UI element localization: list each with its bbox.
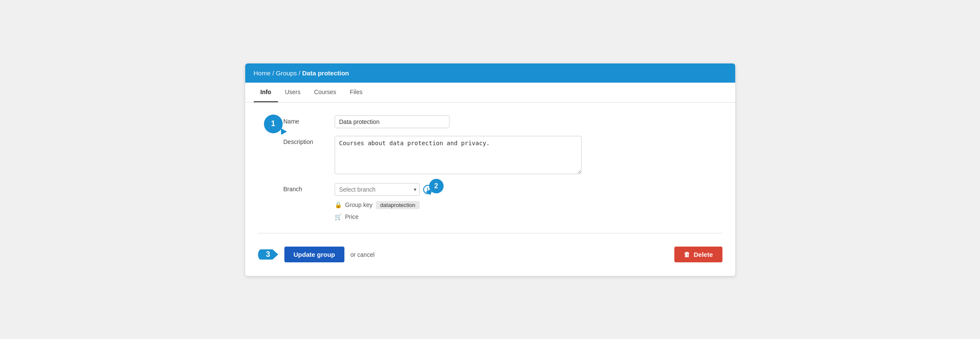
tab-courses[interactable]: Courses bbox=[307, 83, 343, 102]
breadcrumb-sep2: / bbox=[297, 69, 302, 77]
step2-area: i 2 bbox=[423, 185, 433, 194]
branch-inner-row: Select branch i bbox=[335, 183, 599, 196]
description-textarea[interactable]: Courses about data protection and privac… bbox=[335, 136, 582, 174]
step2-number: 2 bbox=[434, 182, 438, 190]
delete-btn-label: Delete bbox=[693, 251, 713, 258]
group-key-badge: dataprotection bbox=[376, 201, 419, 209]
content-area: 1 Name Description Courses about data pr… bbox=[258, 111, 722, 224]
footer-left: 3 Update group or cancel bbox=[258, 246, 375, 263]
tab-bar: Info Users Courses Files bbox=[245, 83, 735, 103]
description-row: Description Courses about data protectio… bbox=[284, 136, 722, 175]
update-btn-label: Update group bbox=[294, 251, 335, 258]
cancel-link[interactable]: or cancel bbox=[350, 251, 375, 258]
branch-label: Branch bbox=[284, 183, 335, 192]
tab-files[interactable]: Files bbox=[343, 83, 370, 102]
main-container: Home / Groups / Data protection Info Use… bbox=[245, 63, 735, 276]
branch-select[interactable]: Select branch bbox=[335, 183, 420, 196]
price-row: 🛒 Price bbox=[335, 213, 599, 220]
lock-icon: 🔒 bbox=[335, 201, 342, 208]
step3-container: 3 bbox=[258, 246, 278, 263]
group-key-label: Group key bbox=[345, 201, 373, 208]
tab-info[interactable]: Info bbox=[254, 83, 278, 102]
breadcrumb-groups[interactable]: Groups bbox=[276, 69, 297, 77]
breadcrumb-sep1: / bbox=[271, 69, 276, 77]
branch-control-wrap: Select branch i bbox=[335, 183, 599, 224]
step3-indicator: 3 bbox=[258, 246, 278, 263]
delete-button[interactable]: 🗑 Delete bbox=[674, 247, 722, 262]
name-input[interactable] bbox=[335, 115, 450, 128]
step3-number: 3 bbox=[266, 250, 270, 259]
description-label: Description bbox=[284, 136, 335, 145]
name-label: Name bbox=[284, 115, 335, 125]
main-content: 1 Name Description Courses about data pr… bbox=[245, 103, 735, 276]
breadcrumb-current: Data protection bbox=[302, 69, 349, 77]
cart-icon: 🛒 bbox=[335, 213, 342, 220]
breadcrumb-home[interactable]: Home bbox=[254, 69, 271, 77]
step2-indicator: 2 bbox=[429, 179, 444, 193]
name-row: Name bbox=[284, 115, 722, 128]
select-branch-wrapper: Select branch bbox=[335, 183, 420, 196]
update-group-button[interactable]: Update group bbox=[284, 247, 345, 262]
step1-number: 1 bbox=[271, 119, 275, 128]
trash-icon: 🗑 bbox=[684, 251, 690, 258]
name-control-wrap bbox=[335, 115, 599, 128]
top-header: Home / Groups / Data protection bbox=[245, 63, 735, 83]
tab-users[interactable]: Users bbox=[278, 83, 307, 102]
divider bbox=[258, 233, 722, 233]
form-section: Name Description Courses about data prot… bbox=[284, 115, 722, 224]
price-label: Price bbox=[345, 213, 359, 220]
description-control-wrap: Courses about data protection and privac… bbox=[335, 136, 599, 175]
groupkey-row: 🔒 Group key dataprotection bbox=[335, 201, 599, 209]
footer-row: 3 Update group or cancel 🗑 Delete bbox=[258, 242, 722, 267]
step1-indicator: 1 bbox=[264, 115, 283, 133]
branch-row: Branch Select branch i bbox=[284, 183, 722, 224]
